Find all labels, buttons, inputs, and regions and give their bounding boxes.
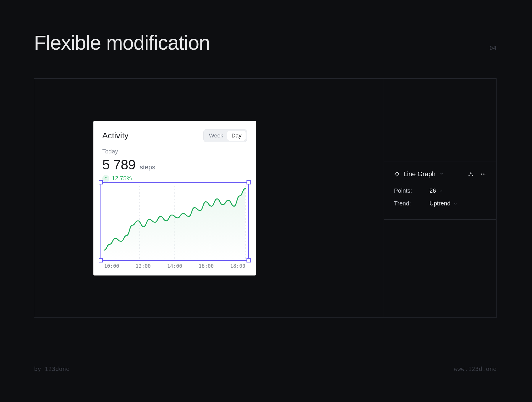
inspector-row-trend: Trend: Uptrend	[394, 197, 486, 210]
points-value-dropdown[interactable]: 26	[429, 187, 443, 194]
content-frame: Activity Week Day Today 5 789 steps 12.7…	[34, 78, 497, 318]
selection-handle-tr[interactable]	[246, 180, 251, 184]
component-name[interactable]: Line Graph	[403, 170, 436, 178]
chevron-down-icon[interactable]	[439, 171, 444, 177]
sparkle-icon[interactable]	[468, 171, 474, 177]
footer-credit: by 123done	[34, 365, 69, 372]
svg-point-7	[484, 174, 485, 174]
card-title: Activity	[102, 131, 129, 140]
trend-value-dropdown[interactable]: Uptrend	[429, 200, 458, 207]
metric-delta: 12.75%	[102, 175, 247, 182]
delta-value: 12.75%	[112, 175, 132, 182]
activity-card: Activity Week Day Today 5 789 steps 12.7…	[93, 121, 256, 275]
arrow-up-icon	[102, 175, 109, 182]
inspector-row-points: Points: 26	[394, 184, 486, 197]
card-header: Activity Week Day	[102, 129, 247, 142]
more-icon[interactable]	[480, 171, 486, 177]
segment-day-button[interactable]: Day	[227, 131, 246, 141]
card-sublabel: Today	[102, 148, 247, 155]
line-chart[interactable]	[102, 184, 247, 261]
footer-site: www.123d.one	[454, 365, 497, 372]
x-tick: 18:00	[230, 263, 245, 269]
svg-point-6	[483, 174, 484, 174]
page-title: Flexible modification	[34, 31, 210, 54]
svg-point-5	[481, 174, 482, 174]
canvas-area: Activity Week Day Today 5 789 steps 12.7…	[34, 79, 384, 317]
metric-unit: steps	[140, 163, 155, 171]
inspector-header: Line Graph	[394, 170, 486, 178]
inspector-content: Line Graph Points: 26	[384, 161, 496, 220]
inspector-panel: Line Graph Points: 26	[384, 79, 496, 317]
points-label: Points:	[394, 187, 429, 194]
metric-row: 5 789 steps	[102, 157, 247, 173]
x-tick: 10:00	[104, 263, 119, 269]
segment-week-button[interactable]: Week	[205, 131, 227, 141]
selection-handle-br[interactable]	[246, 258, 251, 262]
x-tick: 12:00	[136, 263, 151, 269]
inspector-bottom-spacer	[384, 220, 496, 317]
x-tick: 14:00	[167, 263, 182, 269]
x-axis: 10:0012:0014:0016:0018:00	[102, 261, 247, 269]
inspector-top-spacer	[384, 79, 496, 161]
chart-container[interactable]: 10:0012:0014:0016:0018:00	[102, 184, 247, 269]
x-tick: 16:00	[199, 263, 214, 269]
component-icon	[394, 171, 400, 177]
range-segment: Week Day	[203, 129, 247, 142]
trend-label: Trend:	[394, 200, 429, 207]
metric-value: 5 789	[102, 157, 136, 173]
page-number: 04	[489, 44, 497, 51]
